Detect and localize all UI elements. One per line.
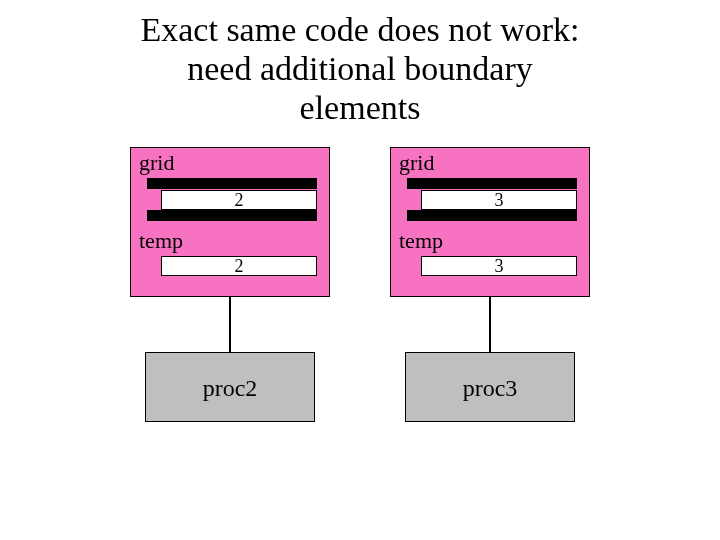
grid-label-left: grid: [139, 150, 174, 176]
proc-box-left: proc2: [145, 352, 315, 422]
title-line-2: need additional boundary: [187, 50, 533, 87]
diagram-stage: grid 2 temp 2 proc2 grid 3 temp 3 proc3: [0, 127, 720, 527]
temp-label-left: temp: [139, 228, 183, 254]
title-line-3: elements: [300, 89, 421, 126]
grid-bar-bot-left: [147, 210, 317, 221]
memory-box-left: grid 2 temp 2: [130, 147, 330, 297]
title-line-1: Exact same code does not work:: [140, 11, 579, 48]
grid-row-left: 2: [161, 190, 317, 210]
slide-title: Exact same code does not work: need addi…: [0, 0, 720, 127]
temp-row-right: 3: [421, 256, 577, 276]
memory-box-right: grid 3 temp 3: [390, 147, 590, 297]
grid-bar-top-left: [147, 178, 317, 189]
grid-bar-top-right: [407, 178, 577, 189]
grid-label-right: grid: [399, 150, 434, 176]
temp-row-left: 2: [161, 256, 317, 276]
proc-box-right: proc3: [405, 352, 575, 422]
grid-row-right: 3: [421, 190, 577, 210]
connector-left: [229, 297, 231, 353]
grid-bar-bot-right: [407, 210, 577, 221]
connector-right: [489, 297, 491, 353]
temp-label-right: temp: [399, 228, 443, 254]
